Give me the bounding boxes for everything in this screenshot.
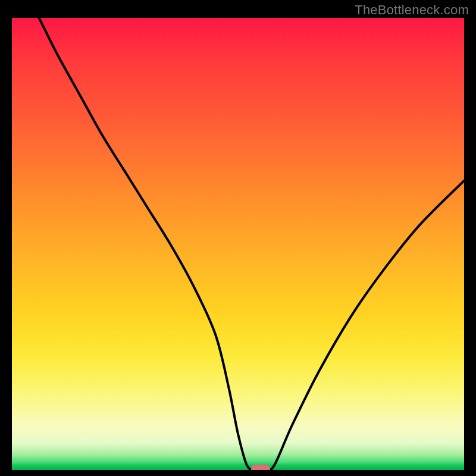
- optimal-marker: [251, 465, 270, 470]
- chart-frame: TheBottleneck.com: [0, 0, 476, 476]
- bottleneck-curve: [39, 18, 464, 470]
- curve-svg: [12, 18, 464, 470]
- watermark-text: TheBottleneck.com: [355, 2, 469, 18]
- plot-area: [12, 18, 464, 470]
